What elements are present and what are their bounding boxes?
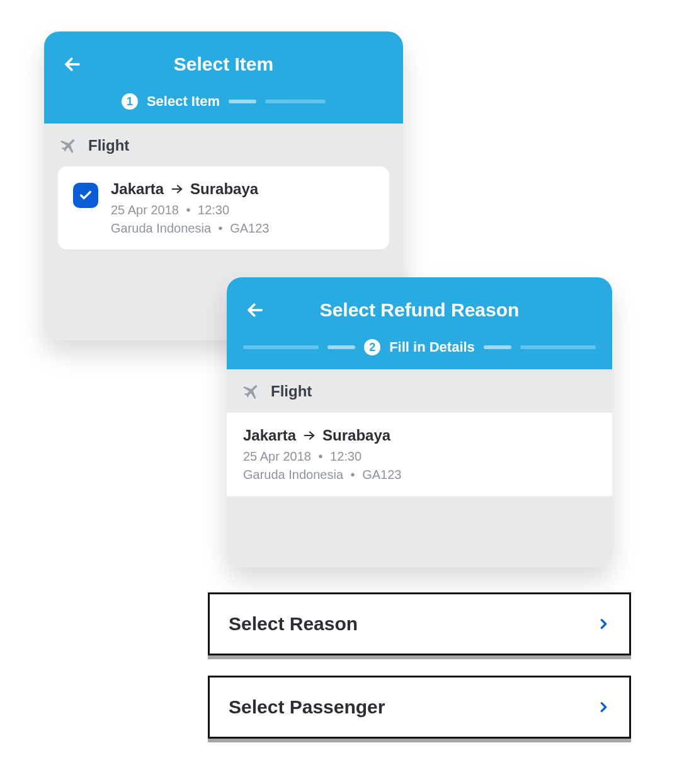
flight-summary-card: Jakarta Surabaya 25 Apr 2018 • 12:30 Gar… [227, 412, 612, 497]
check-icon [79, 188, 93, 202]
flight-route: Jakarta Surabaya [243, 427, 401, 444]
back-button[interactable] [243, 298, 267, 322]
section-header-flight: Flight [44, 124, 403, 166]
dot-separator: • [314, 449, 326, 463]
flight-date: 25 Apr 2018 [111, 203, 179, 217]
step-number-badge: 2 [364, 339, 380, 355]
flight-info: Jakarta Surabaya 25 Apr 2018 • 12:30 Gar… [111, 180, 269, 236]
flight-datetime: 25 Apr 2018 • 12:30 [111, 203, 269, 217]
stepper-divider [327, 345, 355, 349]
stepper-divider [229, 100, 256, 103]
flight-time: 12:30 [330, 449, 362, 463]
screen-header: Select Item 1 Select Item [44, 32, 403, 124]
select-reason-row[interactable]: Select Reason [208, 592, 631, 655]
flight-airline: Garuda Indonesia [111, 221, 211, 235]
page-title: Select Item [84, 54, 363, 75]
flight-to: Surabaya [190, 180, 258, 198]
stepper-next-segment [265, 100, 326, 103]
flight-from: Jakarta [243, 427, 296, 444]
flight-datetime: 25 Apr 2018 • 12:30 [243, 449, 401, 464]
stepper-divider [484, 345, 511, 349]
arrow-right-icon [302, 429, 316, 442]
flight-airline: Garuda Indonesia [243, 468, 343, 481]
stepper: 1 Select Item [60, 81, 387, 124]
chevron-right-icon [596, 700, 610, 714]
page-title: Select Refund Reason [267, 299, 572, 321]
step-label: Select Item [147, 93, 220, 110]
flight-checkbox[interactable] [73, 183, 98, 208]
dot-separator: • [182, 203, 194, 217]
airplane-icon [243, 382, 262, 401]
flight-info: Jakarta Surabaya 25 Apr 2018 • 12:30 Gar… [243, 427, 401, 482]
flight-option-card[interactable]: Jakarta Surabaya 25 Apr 2018 • 12:30 Gar… [58, 166, 389, 250]
select-reason-label: Select Reason [229, 613, 358, 635]
section-header-flight: Flight [227, 369, 612, 412]
section-label: Flight [271, 383, 312, 400]
section-label: Flight [88, 137, 129, 154]
flight-airline-line: Garuda Indonesia • GA123 [111, 221, 269, 236]
select-passenger-label: Select Passenger [229, 696, 385, 718]
stepper: 2 Fill in Details [243, 326, 596, 369]
stepper-next-segment [520, 345, 596, 349]
flight-code: GA123 [230, 221, 269, 235]
screen-header: Select Refund Reason 2 Fill in Details [227, 277, 612, 369]
header-top: Select Item [60, 48, 387, 81]
dot-separator: • [215, 221, 227, 235]
select-refund-reason-screen: Select Refund Reason 2 Fill in Details F… [227, 277, 612, 567]
flight-to: Surabaya [322, 427, 390, 444]
chevron-right-icon [596, 617, 610, 631]
flight-route: Jakarta Surabaya [111, 180, 269, 198]
select-passenger-row[interactable]: Select Passenger [208, 676, 631, 739]
arrow-right-icon [170, 182, 184, 196]
flight-from: Jakarta [111, 180, 164, 198]
dot-separator: • [347, 468, 359, 481]
step-number-badge: 1 [122, 93, 138, 110]
airplane-icon [60, 136, 79, 155]
flight-date: 25 Apr 2018 [243, 449, 311, 463]
flight-code: GA123 [362, 468, 401, 481]
arrow-left-icon [63, 55, 82, 74]
step-label: Fill in Details [389, 339, 475, 355]
stepper-prev-segment [243, 345, 319, 349]
back-button[interactable] [60, 52, 84, 76]
arrow-left-icon [246, 301, 265, 320]
flight-airline-line: Garuda Indonesia • GA123 [243, 468, 401, 482]
header-top: Select Refund Reason [243, 294, 596, 326]
flight-time: 12:30 [198, 203, 229, 217]
